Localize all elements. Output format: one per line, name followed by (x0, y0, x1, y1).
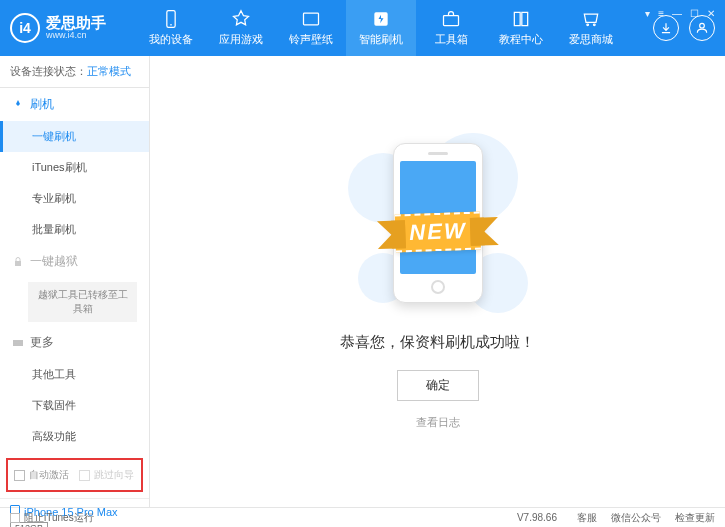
app-icon (231, 9, 251, 29)
success-message: 恭喜您，保资料刷机成功啦！ (340, 333, 535, 352)
phone-icon (161, 9, 181, 29)
nav-label: 应用游戏 (219, 32, 263, 47)
menu-icon (12, 339, 24, 347)
rocket-icon (12, 99, 24, 111)
device-status: 设备连接状态：正常模式 (0, 56, 149, 88)
checkbox-label: 跳过向导 (94, 468, 134, 482)
nav-apps[interactable]: 应用游戏 (206, 0, 276, 56)
svg-rect-4 (444, 16, 459, 26)
win-sep-icon: ≡ (658, 8, 664, 19)
footer-update[interactable]: 检查更新 (675, 511, 715, 525)
sidebar-item-other[interactable]: 其他工具 (0, 359, 149, 390)
checkbox-label: 自动激活 (29, 468, 69, 482)
footer-wechat[interactable]: 微信公众号 (611, 511, 661, 525)
nav-my-device[interactable]: 我的设备 (136, 0, 206, 56)
skip-guide-checkbox[interactable]: 跳过向导 (79, 468, 134, 482)
cart-icon (581, 9, 601, 29)
footer-support[interactable]: 客服 (577, 511, 597, 525)
new-ribbon: NEW (394, 212, 481, 253)
success-graphic: NEW (348, 133, 528, 313)
win-menu-icon[interactable]: ▾ (645, 8, 650, 19)
nav-tutorials[interactable]: 教程中心 (486, 0, 556, 56)
nav-label: 爱思商城 (569, 32, 613, 47)
nav-flash[interactable]: 智能刷机 (346, 0, 416, 56)
group-label: 一键越狱 (30, 253, 78, 270)
flash-icon (371, 9, 391, 29)
app-logo: i4 爱思助手 www.i4.cn (10, 13, 106, 43)
nav-label: 教程中心 (499, 32, 543, 47)
win-maximize-icon[interactable]: ☐ (690, 8, 699, 19)
sidebar-group-more[interactable]: 更多 (0, 326, 149, 359)
jailbreak-notice: 越狱工具已转移至工具箱 (28, 282, 137, 322)
ok-button[interactable]: 确定 (397, 370, 479, 401)
auto-activate-checkbox[interactable]: 自动激活 (14, 468, 69, 482)
sidebar-item-pro[interactable]: 专业刷机 (0, 183, 149, 214)
status-label: 设备连接状态： (10, 65, 87, 77)
version-label: V7.98.66 (517, 512, 557, 523)
lock-icon (12, 256, 24, 268)
toolbox-icon (441, 9, 461, 29)
sidebar-item-advanced[interactable]: 高级功能 (0, 421, 149, 452)
app-url: www.i4.cn (46, 31, 106, 41)
svg-rect-6 (15, 261, 21, 266)
nav-toolbox[interactable]: 工具箱 (416, 0, 486, 56)
svg-point-1 (170, 24, 172, 26)
image-icon (301, 9, 321, 29)
book-icon (511, 9, 531, 29)
sidebar-group-jailbreak: 一键越狱 (0, 245, 149, 278)
svg-rect-2 (304, 13, 319, 25)
group-label: 更多 (30, 334, 54, 351)
sidebar-item-firmware[interactable]: 下载固件 (0, 390, 149, 421)
group-label: 刷机 (30, 96, 54, 113)
sidebar-item-batch[interactable]: 批量刷机 (0, 214, 149, 245)
logo-icon: i4 (10, 13, 40, 43)
win-close-icon[interactable]: ✕ (707, 8, 715, 19)
activation-options: 自动激活 跳过向导 (6, 458, 143, 492)
status-value: 正常模式 (87, 65, 131, 77)
svg-point-5 (700, 23, 705, 28)
sidebar-item-itunes[interactable]: iTunes刷机 (0, 152, 149, 183)
sidebar-group-flash[interactable]: 刷机 (0, 88, 149, 121)
nav-label: 铃声壁纸 (289, 32, 333, 47)
checkbox-label: 阻止iTunes运行 (24, 511, 94, 525)
app-name: 爱思助手 (46, 15, 106, 32)
win-minimize-icon[interactable]: — (672, 8, 682, 19)
sidebar-item-oneclick[interactable]: 一键刷机 (0, 121, 149, 152)
nav-ringtones[interactable]: 铃声壁纸 (276, 0, 346, 56)
nav-store[interactable]: 爱思商城 (556, 0, 626, 56)
nav-label: 我的设备 (149, 32, 193, 47)
block-itunes-checkbox[interactable]: 阻止iTunes运行 (10, 511, 94, 525)
nav-label: 工具箱 (435, 32, 468, 47)
view-log-link[interactable]: 查看日志 (416, 415, 460, 430)
nav-label: 智能刷机 (359, 32, 403, 47)
